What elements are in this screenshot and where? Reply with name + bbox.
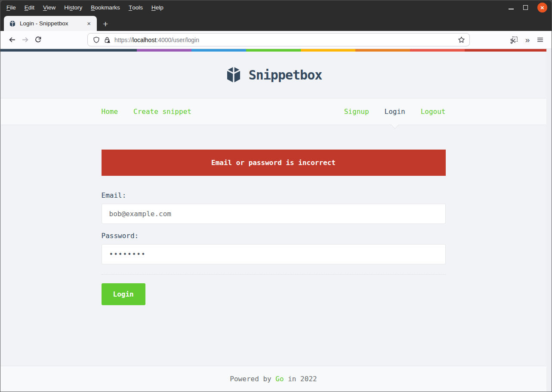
label-part: F: [6, 4, 10, 11]
chevrons-glyph: »: [525, 35, 529, 45]
label-part: H: [151, 4, 156, 11]
label-part: ools: [132, 4, 143, 11]
label-part: T: [129, 4, 132, 11]
new-tab-button[interactable]: +: [97, 19, 114, 31]
main-content: Email or password is incorrect Email: Pa…: [0, 125, 546, 366]
nav-link-home[interactable]: Home: [102, 107, 118, 116]
label-part: in 2022: [284, 375, 317, 383]
menu-tools[interactable]: Tools: [124, 0, 147, 15]
site-nav: Home Create snippet Signup Login Logout: [0, 98, 546, 125]
label-part: E: [25, 4, 28, 11]
password-label: Password:: [102, 232, 446, 240]
error-flash-banner: Email or password is incorrect: [102, 150, 446, 176]
email-group: Email:: [102, 191, 446, 224]
close-button[interactable]: ×: [537, 3, 547, 12]
label-part: ile: [10, 4, 16, 11]
url-bar[interactable]: https://localhost:4000/user/login: [87, 33, 470, 46]
nav-right-group: Signup Login Logout: [344, 107, 446, 116]
email-label: Email:: [102, 191, 446, 199]
nav-link-signup[interactable]: Signup: [344, 107, 369, 116]
nav-link-login-active[interactable]: Login: [385, 107, 405, 116]
email-field[interactable]: [102, 204, 446, 224]
form-actions: Login: [102, 274, 446, 305]
lock-warning-icon[interactable]: [104, 37, 111, 43]
label-part: Login: [385, 107, 405, 116]
password-field[interactable]: [102, 244, 446, 264]
menu-history[interactable]: History: [60, 0, 86, 15]
login-submit-button[interactable]: Login: [102, 283, 145, 305]
label-part: elp: [156, 4, 163, 11]
menu-help[interactable]: Help: [147, 0, 168, 15]
page-viewport: Snippetbox Home Create snippet Signup Lo…: [0, 49, 552, 392]
maximize-button[interactable]: [523, 5, 528, 10]
menubar: File Edit View History Bookmarks Tools H…: [0, 0, 552, 15]
window-controls: ×: [509, 3, 552, 12]
reload-button[interactable]: [31, 34, 44, 46]
login-form: Email: Password: Login: [102, 191, 446, 305]
label-part: V: [43, 4, 47, 11]
label-part: Powered by: [230, 375, 275, 383]
back-button[interactable]: [6, 34, 19, 46]
hamburger-menu-icon[interactable]: [533, 34, 546, 46]
forward-button[interactable]: [19, 34, 31, 46]
nav-link-logout[interactable]: Logout: [421, 107, 446, 116]
menu-file[interactable]: File: [2, 0, 20, 15]
label-part: tory: [73, 4, 83, 11]
footer-text: Powered by Go in 2022: [230, 375, 317, 383]
site-header: Snippetbox: [0, 52, 546, 98]
tab-title: Login - Snippetbox: [20, 20, 81, 27]
tab-bar: Login - Snippetbox × +: [0, 15, 552, 31]
tab-login-snippetbox[interactable]: Login - Snippetbox ×: [4, 16, 97, 31]
menu-view[interactable]: View: [39, 0, 60, 15]
url-host: localhost: [133, 37, 156, 43]
nav-link-create-snippet[interactable]: Create snippet: [133, 107, 191, 116]
site-title: Snippetbox: [249, 67, 322, 83]
overflow-chevron-icon[interactable]: »: [521, 34, 533, 46]
shield-icon[interactable]: [93, 37, 100, 43]
snippetbox-logo-icon: [225, 66, 242, 83]
url-path: :4000/user/login: [156, 37, 199, 43]
bookmark-star-icon[interactable]: [458, 36, 465, 43]
go-link[interactable]: Go: [275, 375, 284, 383]
url-protocol: https://: [114, 37, 133, 43]
label-part: dit: [28, 4, 34, 11]
scrollbar-track[interactable]: [546, 49, 552, 392]
tab-close-icon[interactable]: ×: [85, 20, 93, 27]
url-text: https://localhost:4000/user/login: [114, 37, 454, 43]
snippetbox-favicon: [9, 20, 16, 27]
logo-home-link[interactable]: Snippetbox: [225, 66, 322, 83]
browser-window: File Edit View History Bookmarks Tools H…: [0, 0, 552, 392]
minimize-button[interactable]: [509, 6, 514, 9]
site-footer: Powered by Go in 2022: [0, 366, 546, 392]
menu-edit[interactable]: Edit: [20, 0, 39, 15]
nav-left-group: Home Create snippet: [102, 107, 191, 116]
password-group: Password:: [102, 232, 446, 264]
menu-bookmarks[interactable]: Bookmarks: [86, 0, 124, 15]
label-part: s: [70, 4, 73, 11]
label-part: B: [91, 4, 95, 11]
label-part: iew: [47, 4, 56, 11]
screenshot-extension-icon[interactable]: [508, 34, 521, 46]
navigation-toolbar: https://localhost:4000/user/login »: [0, 31, 552, 49]
label-part: Hi: [64, 4, 70, 11]
label-part: ookmarks: [95, 4, 120, 11]
